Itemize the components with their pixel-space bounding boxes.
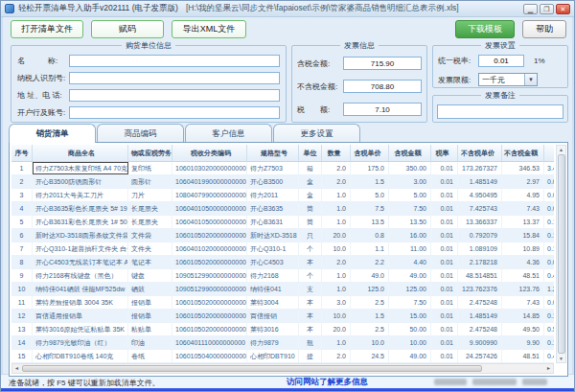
- cell[interactable]: 粘贴单: [128, 323, 172, 335]
- cell[interactable]: 2.2: [351, 256, 389, 268]
- cell[interactable]: 印油: [128, 336, 172, 349]
- cell[interactable]: 0.01: [431, 310, 458, 322]
- table-row[interactable]: 7开心Q310-1超普抽杆文件夹 白色文件夹106040102000000000…: [12, 242, 554, 256]
- cell[interactable]: 9.90: [502, 336, 544, 349]
- cell[interactable]: 175.0: [351, 162, 389, 174]
- cell[interactable]: 本: [299, 323, 322, 335]
- cell[interactable]: 刀片: [128, 189, 172, 201]
- cell[interactable]: 10.0: [351, 336, 389, 349]
- cell[interactable]: 得力Z7503: [247, 162, 299, 174]
- cell[interactable]: 4.40: [389, 256, 431, 268]
- table-row[interactable]: 8开心C4503无线装订本笔记本 A5 40页笔记本10601050200000…: [12, 256, 554, 269]
- cell[interactable]: 3.0: [322, 296, 351, 309]
- cell[interactable]: 24.5: [351, 350, 389, 362]
- cell[interactable]: 0.01: [431, 350, 458, 362]
- cell[interactable]: 1.5: [351, 310, 389, 322]
- cell[interactable]: 莱特3004: [247, 296, 299, 309]
- cell[interactable]: 得力Z7503木浆复印纸 A4 70克 8包: [33, 162, 128, 174]
- table-row[interactable]: 11莱特差旅报销单 3004 35K报销单1060105020000000000…: [12, 296, 554, 310]
- cell[interactable]: 11: [12, 296, 33, 309]
- cell[interactable]: 10.0: [322, 242, 351, 255]
- cell[interactable]: 13.37: [502, 216, 544, 228]
- cell[interactable]: 5.00: [389, 189, 431, 201]
- cell[interactable]: 莱特3016: [247, 323, 299, 335]
- cell[interactable]: 7.50: [389, 296, 431, 309]
- help-button[interactable]: 帮助: [522, 20, 566, 38]
- cell[interactable]: 48.514851: [458, 269, 502, 282]
- table-row[interactable]: 3得力2011大号美工刀片刀片1080407990000000000得力2011…: [12, 189, 554, 202]
- cell[interactable]: 11.00: [389, 242, 431, 255]
- cell[interactable]: 开心B3500防锈圆形针: [33, 175, 128, 188]
- cell[interactable]: 硒鼓: [128, 283, 172, 295]
- cell[interactable]: 2.0: [322, 175, 351, 188]
- cell[interactable]: 提: [299, 350, 322, 362]
- cell[interactable]: 13: [12, 323, 33, 335]
- cell[interactable]: 50.00: [389, 323, 431, 335]
- cell[interactable]: 49.50: [502, 323, 544, 335]
- cell[interactable]: 得力9879: [247, 336, 299, 349]
- cell[interactable]: 键盘: [128, 269, 172, 282]
- cell[interactable]: 得力2011大号美工刀片: [33, 189, 128, 201]
- cell[interactable]: 0.01: [431, 216, 458, 228]
- cell[interactable]: 箱: [299, 162, 322, 174]
- cell[interactable]: 莱特3016原始凭证粘贴单 35K: [33, 323, 128, 335]
- cell[interactable]: 0.1: [544, 242, 554, 255]
- cell[interactable]: 纳特佳041硒鼓 佳能MF525dw: [33, 283, 128, 295]
- cell[interactable]: 2: [12, 175, 33, 188]
- cell[interactable]: 筒: [299, 202, 322, 215]
- cell[interactable]: 13.366337: [458, 216, 502, 228]
- cell[interactable]: 123.76: [502, 283, 544, 295]
- cell[interactable]: 1090512990000000000: [172, 269, 247, 282]
- cell[interactable]: 20.0: [322, 323, 351, 335]
- cell[interactable]: 125.0: [351, 283, 389, 295]
- cell[interactable]: 1060105040000000000: [172, 350, 247, 362]
- cell[interactable]: 0.8: [351, 229, 389, 242]
- cell[interactable]: 7.43: [502, 296, 544, 309]
- cell[interactable]: 0.01: [431, 296, 458, 309]
- cell[interactable]: 0.01: [431, 175, 458, 188]
- cell[interactable]: 卷纸: [128, 350, 172, 362]
- cell[interactable]: 1.0: [322, 189, 351, 201]
- cell[interactable]: 复印纸: [128, 162, 172, 174]
- cell[interactable]: 49.0: [351, 269, 389, 282]
- cell[interactable]: 2.475248: [458, 323, 502, 335]
- cell[interactable]: 5.0: [351, 189, 389, 201]
- cell[interactable]: 2.178218: [458, 256, 502, 268]
- scroll-down-icon[interactable]: ▼: [557, 355, 565, 362]
- cell[interactable]: 173.267327: [458, 162, 502, 174]
- assign-code-button[interactable]: 赋码: [91, 20, 164, 38]
- cell[interactable]: 个: [299, 269, 322, 282]
- cell[interactable]: 1080407990000000000: [172, 189, 247, 201]
- cell[interactable]: 2.5: [351, 296, 389, 309]
- maximize-button[interactable]: ❐: [540, 4, 554, 14]
- cell[interactable]: 文件夹: [128, 242, 172, 255]
- cell[interactable]: 10: [12, 283, 33, 295]
- cell[interactable]: 1060105020000000000: [172, 229, 247, 242]
- website-link[interactable]: 访问网站了解更多信息: [287, 377, 368, 388]
- vertical-scroll-thumb[interactable]: [558, 154, 565, 354]
- cell[interactable]: 开心B3631: [247, 216, 299, 228]
- cell[interactable]: 0.01: [431, 256, 458, 268]
- cell[interactable]: 9.900990: [458, 336, 502, 349]
- cell[interactable]: 2.475248: [458, 296, 502, 309]
- cell[interactable]: 纳特佳041: [247, 283, 299, 295]
- horizontal-scroll-thumb[interactable]: [22, 365, 482, 372]
- cell[interactable]: 1.2: [544, 283, 554, 295]
- cell[interactable]: 支: [299, 283, 322, 295]
- cell[interactable]: 7: [12, 242, 33, 255]
- cell[interactable]: 1.0: [322, 283, 351, 295]
- cell[interactable]: 长尾票夹: [128, 216, 172, 228]
- invoice-limit-select[interactable]: 一千元 ▼: [478, 73, 538, 86]
- cell[interactable]: 报销单: [128, 310, 172, 322]
- cell[interactable]: 新时达XD-3518: [247, 229, 299, 242]
- cell[interactable]: 1.0: [322, 202, 351, 215]
- cell[interactable]: 2.0: [322, 162, 351, 174]
- table-row[interactable]: 6新时达XD-3518圆形条纹文件袋白色文件袋10601050200000000…: [12, 229, 554, 242]
- table-row[interactable]: 4开心B3635彩色长尾票夹 5# 19mm 40只/筒长尾票夹10604010…: [12, 202, 554, 216]
- cell[interactable]: 0.1: [544, 336, 554, 349]
- table-row[interactable]: 13莱特3016原始凭证粘贴单 35K粘贴单106010502000000000…: [12, 323, 554, 336]
- cell[interactable]: 开心B3631彩色长尾票夹 1# 50mm 12只/筒: [33, 216, 128, 228]
- cell[interactable]: 开心Q310-1超普抽杆文件夹 白色: [33, 242, 128, 255]
- cell[interactable]: 0.1: [544, 229, 554, 242]
- buyer-bank-input[interactable]: [69, 106, 280, 119]
